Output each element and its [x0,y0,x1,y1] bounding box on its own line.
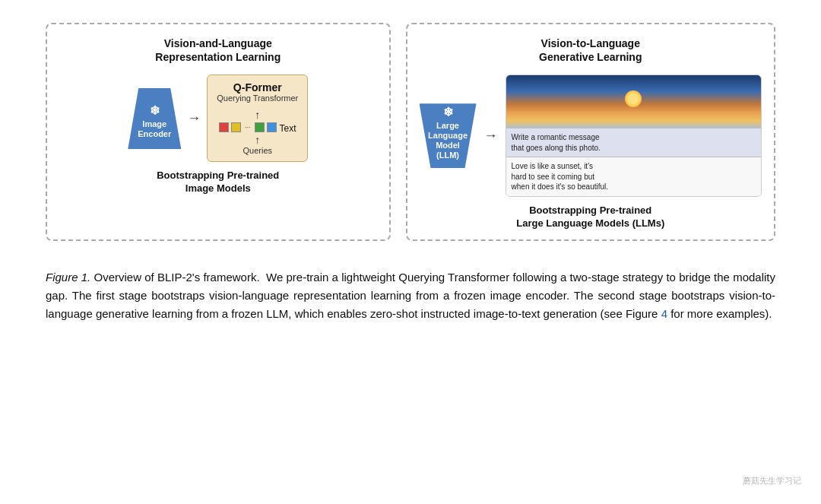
query-color-blocks: ··· [219,122,277,132]
right-panel-bottom-label: Bootstrapping Pre-trainedLarge Language … [516,204,664,230]
llm-label: ❄ Large Language Model (LLM) [428,105,468,161]
snowflake-icon-right: ❄ [443,105,453,119]
left-panel-title: Vision-and-LanguageRepresentation Learni… [155,36,281,64]
text-label: Text [280,123,296,134]
diagram-container: Vision-and-LanguageRepresentation Learni… [46,23,775,241]
llm-shape: ❄ Large Language Model (LLM) [420,103,477,168]
arrow-llm-to-chat: → [484,128,498,144]
qformer-subtitle: Querying Transformer [217,94,298,103]
caption-body: Overview of BLIP-2's framework. We pre-t… [46,271,775,320]
color-block-red [219,122,229,132]
qformer-box: Q-Former Querying Transformer ↑ ··· Text [207,74,308,162]
image-encoder-shape: ❄ Image Encoder [128,88,181,149]
up-arrow-queries-2: ↑ [255,135,260,146]
right-panel-title: Vision-to-LanguageGenerative Learning [539,36,642,64]
sun-circle [625,90,642,107]
figure-label: Figure 1. [46,271,90,284]
color-block-green [255,122,265,132]
chat-prompt: Write a romantic message that goes along… [506,128,761,157]
queries-label: Queries [242,146,272,155]
sunset-image [506,75,761,128]
color-block-yellow [231,122,241,132]
qformer-arrows: ↑ [255,110,260,121]
left-panel-bottom-label: Bootstrapping Pre-trainedImage Models [157,170,279,195]
image-encoder-label: ❄ Image Encoder [138,103,171,140]
up-arrow-queries: ↑ [255,110,260,121]
watermark: 蘑菇先生学习记 [738,473,806,489]
dotdot: ··· [245,123,251,132]
figure-link: 4 [661,307,667,320]
left-panel: Vision-and-LanguageRepresentation Learni… [46,23,391,241]
arrow-encoder-to-qformer: → [187,110,201,126]
qformer-title: Q-Former [233,81,282,94]
color-block-blue [267,122,277,132]
left-diagram-row: ❄ Image Encoder → Q-Former Querying Tran… [128,74,308,162]
right-diagram-row: ❄ Large Language Model (LLM) → Write a r… [420,74,762,197]
chat-box: Write a romantic message that goes along… [506,74,762,197]
right-panel: Vision-to-LanguageGenerative Learning ❄ … [406,23,775,241]
figure-caption: Figure 1. Overview of BLIP-2's framework… [46,268,775,323]
chat-response: Love is like a sunset, it's hard to see … [506,157,761,196]
snowflake-icon-left: ❄ [150,103,160,118]
